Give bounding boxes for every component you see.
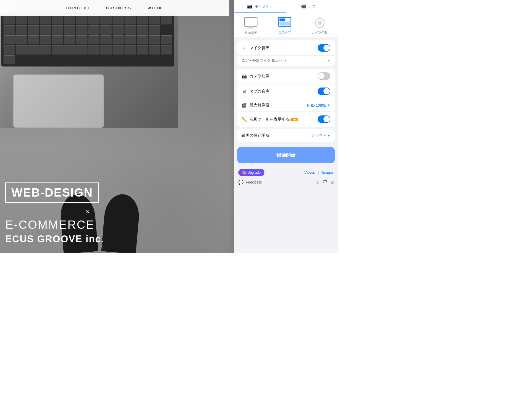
save-row: 録画の保存場所 クラウド ▼ xyxy=(237,129,335,142)
mode-this-tab-label: このタブ xyxy=(278,30,291,35)
camera-tab-icon: 📷 xyxy=(247,4,252,9)
mic-label: マイク音声 xyxy=(250,45,315,51)
feedback-icon: 💬 xyxy=(238,180,244,185)
cross-text: × xyxy=(5,207,170,216)
tab-audio-toggle[interactable] xyxy=(318,88,330,95)
tab-audio-row: 🖥 タブの音声 xyxy=(237,84,335,99)
play-icon[interactable]: ▷ xyxy=(316,179,319,185)
camera-icon: 📷 xyxy=(242,74,247,79)
mic-dropdown-arrow[interactable]: ▼ xyxy=(327,59,330,63)
company-text: ECUS GROOVE inc. xyxy=(5,234,170,245)
upgrade-label: Upgrade xyxy=(247,171,261,174)
record-panel: 📷 キャプチャ 📹 レコード 画面全体 xyxy=(234,0,338,253)
record-tab-icon: 📹 xyxy=(301,4,306,9)
tab-record[interactable]: 📹 レコード xyxy=(286,0,338,13)
annotation-icon: ✏️ xyxy=(242,117,247,122)
tab-record-label: レコード xyxy=(308,4,323,9)
save-section: 録画の保存場所 クラウド ▼ xyxy=(237,129,335,142)
divider: | xyxy=(318,171,319,175)
svg-rect-0 xyxy=(245,17,257,26)
svg-rect-2 xyxy=(247,28,255,28)
svg-rect-4 xyxy=(280,18,285,20)
videos-link[interactable]: Videos xyxy=(304,171,315,175)
upgrade-button[interactable]: 👑 Upgrade xyxy=(238,169,264,176)
mode-camera-only[interactable]: カメラのみ xyxy=(306,18,333,35)
svg-rect-1 xyxy=(249,26,253,28)
annotation-row: ✏️ 注釈ツールを表示する PRO xyxy=(237,112,335,127)
tab-capture[interactable]: 📷 キャプチャ xyxy=(234,0,286,13)
tab-icon xyxy=(278,18,291,28)
tab-capture-label: キャプチャ xyxy=(255,4,273,9)
tab-audio-label: タブの音声 xyxy=(250,89,315,94)
footer-links: Videos | Images xyxy=(269,171,334,175)
mode-this-tab[interactable]: このタブ xyxy=(273,18,297,35)
camera-row: 📷 カメラ映像 xyxy=(237,69,335,84)
mic-dropdown-value: 既定 - 外部マイク (Built-in) xyxy=(242,58,327,63)
camera-toggle[interactable] xyxy=(318,72,330,80)
mic-row: 🎙 マイク音声 xyxy=(237,40,335,56)
mic-toggle[interactable] xyxy=(318,44,330,52)
panel-footer: 👑 Upgrade Videos | Images xyxy=(234,166,338,179)
save-label: 録画の保存場所 xyxy=(242,133,309,138)
tab-audio-icon: 🖥 xyxy=(242,89,247,94)
pro-badge: PRO xyxy=(290,118,298,121)
images-link[interactable]: Images xyxy=(322,171,334,175)
mode-fullscreen-label: 画面全体 xyxy=(244,30,257,35)
nav-business[interactable]: BUSINESS xyxy=(106,6,132,10)
hero-section: WEB-DESIGN × E-COMMERCE ECUS GROOVE inc. xyxy=(0,174,176,253)
resolution-label: 最大解像度 xyxy=(250,103,305,108)
svg-rect-5 xyxy=(280,21,290,25)
capture-modes: 画面全体 このタブ カメラのみ xyxy=(234,13,338,38)
save-value[interactable]: クラウド ▼ xyxy=(311,133,330,138)
resolution-value[interactable]: FHD 1080p ▼ xyxy=(307,103,330,107)
shield-icon[interactable]: 🛡 xyxy=(323,179,327,185)
monitor-icon xyxy=(244,18,257,28)
camera-label: カメラ映像 xyxy=(250,74,315,79)
annotation-label: 注釈ツールを表示する PRO xyxy=(250,117,315,122)
settings-section: 📷 カメラ映像 🖥 タブの音声 🎬 最大解像度 FHD 1080p ▼ ✏️ 注 xyxy=(237,69,335,127)
ecommerce-text: E-COMMERCE xyxy=(5,218,170,231)
mic-dropdown-row: 既定 - 外部マイク (Built-in) ▼ xyxy=(237,56,335,66)
record-button[interactable]: 録画開始 xyxy=(237,147,335,163)
feedback-row: 💬 Feedback ▷ 🛡 ⎋ xyxy=(234,179,338,189)
resolution-icon: 🎬 xyxy=(242,103,247,108)
mode-fullscreen[interactable]: 画面全体 xyxy=(239,18,263,35)
annotation-toggle[interactable] xyxy=(318,115,330,123)
svg-point-7 xyxy=(317,21,322,25)
mode-camera-only-label: カメラのみ xyxy=(312,30,328,35)
resolution-row: 🎬 最大解像度 FHD 1080p ▼ xyxy=(237,99,335,112)
footer-icons: ▷ 🛡 ⎋ xyxy=(316,179,334,185)
feedback-label[interactable]: Feedback xyxy=(246,180,314,184)
crown-icon: 👑 xyxy=(242,171,246,174)
panel-header: 📷 キャプチャ 📹 レコード xyxy=(234,0,338,13)
web-design-text: WEB-DESIGN xyxy=(11,186,93,199)
mic-icon: 🎙 xyxy=(242,45,247,50)
nav-bar: CONCEPT BUSINESS WORK xyxy=(0,0,229,16)
nav-work[interactable]: WORK xyxy=(147,6,162,10)
exit-icon[interactable]: ⎋ xyxy=(331,179,334,185)
nav-concept[interactable]: CONCEPT xyxy=(66,6,90,10)
camera-only-icon xyxy=(313,18,326,28)
mic-section: 🎙 マイク音声 既定 - 外部マイク (Built-in) ▼ xyxy=(237,40,335,66)
